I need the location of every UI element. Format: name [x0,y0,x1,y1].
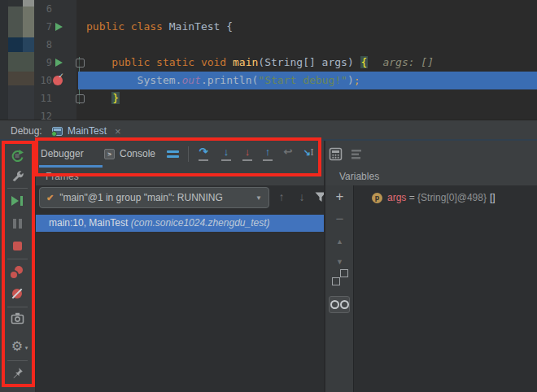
code-text: } [86,89,120,107]
variables-panel: Variables + − ▲ ▼ p args = {String[0]@49… [325,141,537,392]
frame-down-button[interactable]: ↓ [294,189,310,205]
line-number: 9 [31,54,52,72]
move-down-button[interactable]: ▼ [325,258,354,266]
thread-dump-button[interactable] [6,310,28,329]
code-token: out [181,74,200,86]
sidebar-separator [7,360,28,361]
breakpoint-verified-check: ✓ [59,72,63,80]
code-token: "Start debug!" [258,74,347,86]
run-to-cursor-icon: ↘I [303,146,313,158]
variable-value: {String[0]@498} [417,192,487,203]
debugger-main-panel: Debugger > Console ↷ ↓ ↓ ↑ ↩ ↘I [36,141,324,392]
code-editor: 67public class MainTest {89 public stati… [0,0,537,120]
frame-up-button[interactable]: ↑ [273,189,290,205]
code-line[interactable]: 9 public static void main(String[] args)… [0,54,537,72]
chevron-down-icon: ▾ [25,342,28,355]
resume-button[interactable] [6,191,28,211]
layout-settings-button[interactable] [350,149,363,163]
variable-equals: = [406,192,417,203]
remove-watch-button[interactable]: − [325,211,354,228]
variable-row[interactable]: p args = {String[0]@498} [] [354,189,496,206]
code-token: public class [86,20,169,33]
ide-debug-window: 67public class MainTest {89 public stati… [0,0,537,392]
pause-icon [13,219,22,229]
step-over-button[interactable]: ↷ [196,146,211,161]
code-token: ; [354,74,360,86]
line-number: 8 [31,36,52,54]
force-step-into-button[interactable]: ↓ [240,146,255,161]
code-line[interactable]: 8 [0,36,537,54]
run-to-cursor-button[interactable]: ↘I [301,146,316,161]
watches-toolbar: + − ▲ ▼ [325,185,354,392]
mute-breakpoints-button[interactable] [6,284,28,303]
calculator-icon [329,147,343,161]
debugger-side-toolbar: ⚙▾ [0,141,36,392]
code-line[interactable]: 7public class MainTest { [0,18,537,36]
view-breakpoints-button[interactable] [6,262,28,281]
layout-menu-icon[interactable] [167,150,179,160]
sidebar-separator [7,188,28,189]
frames-panel-title: Frames [46,171,79,182]
rerun-icon [11,149,24,162]
code-line[interactable]: 6 [0,0,537,18]
code-line[interactable]: 11 } [0,89,537,107]
gear-icon: ⚙▾ [11,340,23,353]
debugger-toolbar: Debugger > Console ↷ ↓ ↓ ↑ ↩ ↘I [36,141,324,168]
pin-icon [11,367,24,381]
tab-console[interactable]: Console [120,141,155,168]
step-into-button[interactable]: ↓ [219,146,234,161]
add-watch-button[interactable]: + [325,189,354,205]
code-token: .println( [201,74,258,86]
editor-lines[interactable]: 67public class MainTest {89 public stati… [0,0,537,120]
stop-button[interactable] [6,236,28,255]
view-breakpoints-icon [11,265,24,278]
resume-icon [11,196,23,206]
move-up-button[interactable]: ▲ [325,237,354,246]
code-token: MainTest { [169,20,233,33]
stack-frame-row[interactable]: main:10, MainTest (com.sonice1024.zhengd… [36,215,324,232]
running-indicator-dot [51,131,57,137]
code-token: main [233,56,258,68]
drop-frame-button[interactable]: ↩ [281,146,295,161]
rerun-button[interactable] [6,146,28,165]
code-text: public static void main(String[] args) {… [86,54,434,72]
settings-button[interactable]: ⚙▾ [6,337,28,356]
step-over-icon: ↷ [196,146,211,158]
stop-icon [13,242,22,250]
variables-panel-title: Variables [339,171,379,182]
close-icon[interactable]: × [115,125,121,137]
camera-icon [11,312,24,327]
pause-button[interactable] [6,214,28,233]
pin-tab-button[interactable] [6,364,28,384]
force-step-into-icon: ↓ [240,146,255,158]
fold-marker-top[interactable] [76,59,85,68]
code-token: ) [347,74,354,86]
step-into-icon: ↓ [219,146,234,158]
tab-debugger[interactable]: Debugger [41,141,84,168]
step-out-button[interactable]: ↑ [260,146,275,161]
inline-debugger-hint: args: [] [382,56,434,68]
evaluate-expression-button[interactable] [329,147,343,163]
run-arrow-icon[interactable] [55,59,63,67]
run-arrow-icon[interactable] [55,23,63,31]
build-button[interactable] [6,167,28,186]
show-watches-toggle[interactable] [329,296,350,313]
code-token: { [360,56,369,68]
code-token [86,92,111,104]
code-token: } [111,92,120,104]
sidebar-separator [7,307,28,307]
variable-name: args [387,192,406,203]
variables-panel-header: Variables [325,168,537,185]
console-icon: > [104,149,115,159]
code-text: System.out.println("Start debug!"); [86,72,360,89]
code-line[interactable]: 10✓ System.out.println("Start debug!"); [0,72,537,89]
wrench-icon [11,169,24,185]
thread-selector-dropdown[interactable]: ✔ "main"@1 in group "main": RUNNING ▼ [39,187,269,208]
fold-marker-bottom[interactable] [76,94,85,103]
variables-panel-body: + − ▲ ▼ p args = {String[0]@498} [] [325,185,537,392]
frames-panel: ✔ "main"@1 in group "main": RUNNING ▼ ↑ … [36,185,324,392]
thread-status-check-icon: ✔ [46,193,54,203]
line-number: 6 [31,0,52,18]
variables-toolbar-strip [325,141,537,168]
code-line[interactable]: 12 [0,107,537,120]
